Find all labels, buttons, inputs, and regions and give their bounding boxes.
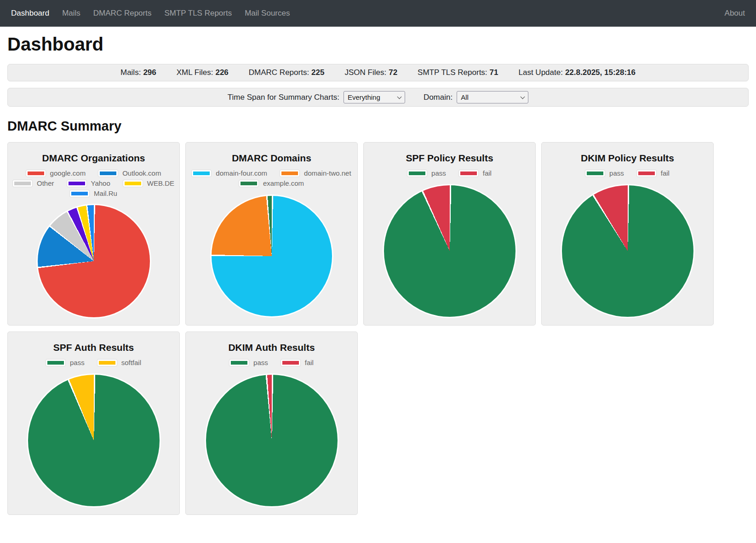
legend-swatch [637,170,656,177]
chart-legend: passfail [229,359,314,366]
legend-label: Mail.Ru [94,189,117,197]
filter-bar: Time Span for Summary Charts: Everything… [7,88,749,107]
page-title: Dashboard [7,34,749,55]
chart-legend: domain-four.comdomain-two.netexample.com [186,169,357,187]
chart-title: SPF Policy Results [406,153,493,164]
legend-swatch [239,180,258,187]
chart-legend: passfail [407,169,492,177]
legend-swatch [459,170,478,177]
legend-swatch [46,360,65,366]
legend-label: fail [483,169,492,177]
legend-label: WEB.DE [147,179,174,187]
legend-label: google.com [50,169,86,177]
legend-item-web-de[interactable]: WEB.DE [123,179,174,187]
pie-chart-dkim-auth-results [205,373,339,508]
nav-item-dashboard[interactable]: Dashboard [11,5,56,22]
stat-mails-: Mails:296 [120,68,156,77]
legend-swatch [26,170,46,177]
navbar-right: About [718,5,745,22]
legend-item-domain-two-net[interactable]: domain-two.net [280,169,351,177]
domain-select-wrap: All [457,91,528,103]
legend-swatch [407,170,427,177]
legend-item-fail[interactable]: fail [637,169,670,177]
legend-item-pass[interactable]: pass [585,169,624,177]
legend-label: fail [305,359,314,366]
stats-bar: Mails:296XML Files:226DMARC Reports:225J… [7,64,749,81]
legend-item-outlook-com[interactable]: Outlook.com [98,169,161,177]
stat-xml-files-: XML Files:226 [177,68,229,77]
legend-item-fail[interactable]: fail [459,169,492,177]
stat-smtp-tls-reports-: SMTP TLS Reports:71 [418,68,498,77]
legend-item-pass[interactable]: pass [229,359,268,366]
legend-item-fail[interactable]: fail [281,359,314,366]
chart-card-dkim-policy-results: DKIM Policy Results passfail [541,142,714,326]
legend-label: softfail [121,359,141,366]
legend-swatch [280,170,299,177]
domain-filter: Domain: All [424,91,528,103]
chart-title: SPF Auth Results [53,342,134,353]
legend-label: domain-four.com [216,169,267,177]
legend-swatch [229,360,249,366]
legend-item-google-com[interactable]: google.com [26,169,86,177]
pie-chart-spf-auth-results [27,373,161,508]
main-content: Dashboard Mails:296XML Files:226DMARC Re… [0,34,756,533]
legend-label: pass [70,359,85,366]
nav-item-smtp-tls-reports[interactable]: SMTP TLS Reports [158,5,238,22]
chart-legend: google.comOutlook.comOtherYahooWEB.DEMai… [8,169,179,197]
chart-card-dkim-auth-results: DKIM Auth Results passfail [185,332,358,515]
chart-legend: passsoftfail [46,359,141,366]
pie-chart-spf-policy-results [383,184,517,318]
pie-chart-dkim-policy-results [561,184,695,318]
chart-card-spf-policy-results: SPF Policy Results passfail [363,142,536,326]
legend-label: domain-two.net [304,169,351,177]
legend-item-example-com[interactable]: example.com [239,179,304,187]
nav-item-dmarc-reports[interactable]: DMARC Reports [87,5,158,22]
legend-label: Yahoo [91,179,110,187]
legend-swatch [70,190,89,197]
nav-item-mail-sources[interactable]: Mail Sources [238,5,296,22]
legend-swatch [123,180,143,187]
legend-swatch [98,170,118,177]
chart-title: DMARC Organizations [42,153,145,164]
legend-item-softfail[interactable]: softfail [97,359,141,366]
legend-item-mail-ru[interactable]: Mail.Ru [70,189,117,197]
navbar-left: DashboardMailsDMARC ReportsSMTP TLS Repo… [11,5,296,22]
stat-dmarc-reports-: DMARC Reports:225 [249,68,325,77]
legend-label: Other [37,179,54,187]
legend-swatch [192,170,211,177]
chart-card-dmarc-domains: DMARC Domains domain-four.comdomain-two.… [185,142,358,326]
stat-last-update-: Last Update:22.8.2025, 15:28:16 [519,68,636,77]
pie-chart-dmarc-organizations [36,204,151,319]
legend-item-pass[interactable]: pass [46,359,85,366]
legend-item-domain-four-com[interactable]: domain-four.com [192,169,267,177]
legend-label: Outlook.com [122,169,161,177]
legend-label: example.com [263,179,304,187]
stat-json-files-: JSON Files:72 [344,68,397,77]
legend-label: pass [431,169,446,177]
legend-label: fail [661,169,670,177]
chart-title: DKIM Auth Results [228,342,315,353]
section-title-dmarc-summary: DMARC Summary [7,119,749,134]
chart-title: DMARC Domains [232,153,311,164]
legend-swatch [97,360,117,366]
chart-legend: passfail [585,169,670,177]
time-span-filter: Time Span for Summary Charts: Everything [228,91,405,103]
legend-swatch [281,360,300,366]
legend-swatch [67,180,86,187]
legend-label: pass [253,359,268,366]
time-span-select-wrap: Everything [344,91,405,103]
chart-card-spf-auth-results: SPF Auth Results passsoftfail [7,332,180,515]
chart-grid: DMARC Organizations google.comOutlook.co… [7,142,749,515]
legend-item-yahoo[interactable]: Yahoo [67,179,110,187]
time-span-label: Time Span for Summary Charts: [228,93,339,102]
chart-card-dmarc-organizations: DMARC Organizations google.comOutlook.co… [7,142,180,326]
legend-swatch [585,170,605,177]
legend-item-pass[interactable]: pass [407,169,446,177]
nav-item-about[interactable]: About [718,5,745,22]
legend-swatch [13,180,32,187]
time-span-select[interactable]: Everything [344,91,405,103]
nav-item-mails[interactable]: Mails [56,5,87,22]
legend-item-other[interactable]: Other [13,179,54,187]
chart-title: DKIM Policy Results [581,153,674,164]
domain-select[interactable]: All [457,91,528,103]
